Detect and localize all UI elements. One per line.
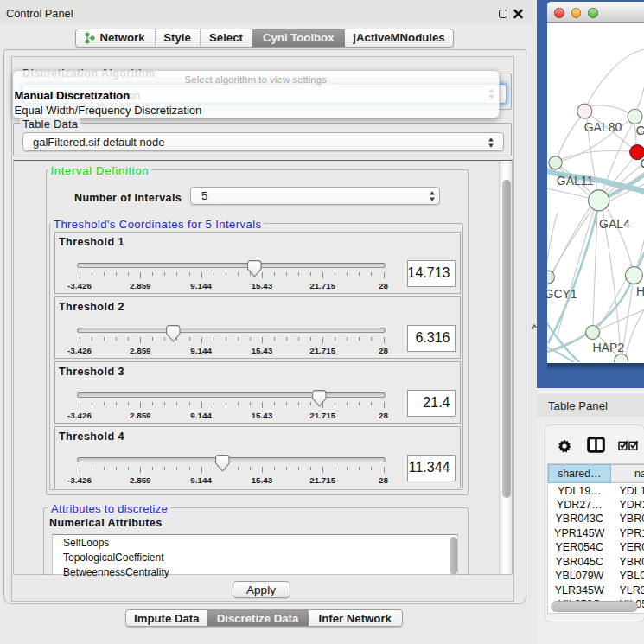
svg-text:CY: CY	[640, 156, 644, 170]
svg-text:HA: HA	[636, 284, 644, 298]
svg-text:HAP2: HAP2	[592, 341, 624, 354]
svg-text:GAL: GAL	[635, 124, 644, 137]
svg-text:GAL4: GAL4	[599, 217, 630, 231]
svg-text:GCY1: GCY1	[547, 287, 577, 301]
svg-text:GAL80: GAL80	[583, 120, 622, 134]
svg-text:GAL11: GAL11	[556, 174, 593, 188]
